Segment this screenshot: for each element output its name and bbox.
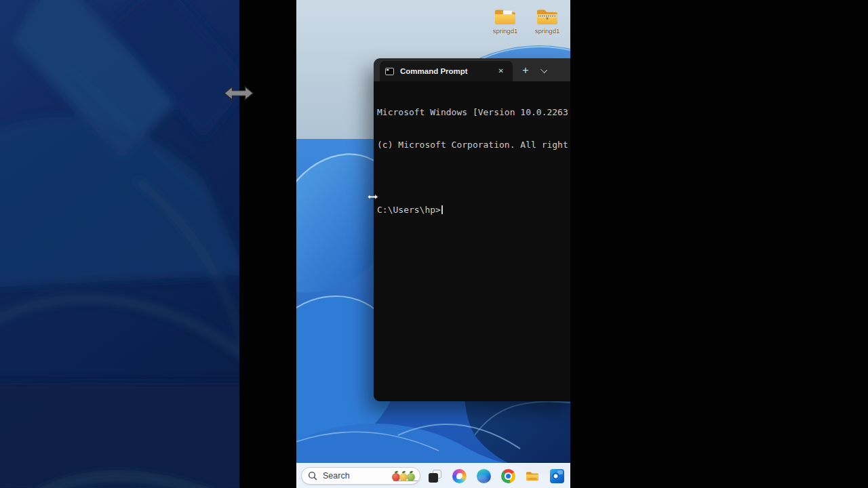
- edge-button[interactable]: [475, 468, 492, 484]
- desktop-icon-folder[interactable]: springd1: [484, 6, 527, 35]
- terminal-tab-bar: Command Prompt ✕ +: [374, 58, 570, 81]
- zip-folder-icon: [535, 6, 559, 26]
- terminal-caret: [441, 205, 443, 214]
- screen: springd1 springd1: [0, 0, 868, 488]
- search-seasonal-fruits-image[interactable]: [393, 470, 415, 481]
- green-apple-icon: [407, 473, 415, 481]
- terminal-output-line: Microsoft Windows [Version 10.0.2263: [377, 107, 570, 118]
- desktop-icon-zip-folder[interactable]: springd1: [526, 6, 569, 35]
- terminal-output-line: (c) Microsoft Corporation. All right: [377, 140, 570, 150]
- horizontal-resize-cursor: [367, 192, 378, 201]
- desktop-icon-label: springd1: [484, 27, 527, 35]
- file-explorer-button[interactable]: [524, 468, 540, 484]
- tab-title: Command Prompt: [400, 67, 496, 75]
- tab-dropdown-button[interactable]: [538, 64, 550, 77]
- command-prompt-icon: [385, 68, 394, 75]
- blurred-wallpaper: [0, 0, 239, 488]
- tab-close-icon[interactable]: ✕: [496, 66, 506, 76]
- terminal-prompt-line: C:\Users\hp>: [377, 205, 570, 216]
- terminal-prompt-text: C:\Users\hp>: [377, 205, 441, 215]
- terminal-output-area[interactable]: Microsoft Windows [Version 10.0.2263 (c)…: [374, 81, 570, 401]
- tab-command-prompt[interactable]: Command Prompt ✕: [380, 61, 513, 81]
- folder-icon: [493, 6, 517, 26]
- chevron-down-icon: [540, 66, 547, 73]
- taskbar-app-icons: [427, 468, 565, 484]
- horizontal-resize-cursor-blurred: [223, 84, 254, 102]
- desktop-icon-label: springd1: [526, 27, 569, 35]
- task-view-button[interactable]: [427, 468, 443, 484]
- copilot-button[interactable]: [451, 468, 467, 484]
- blurred-backdrop-panel: [0, 0, 239, 488]
- desktop-area: springd1 springd1: [296, 0, 570, 488]
- outlook-button[interactable]: [549, 468, 565, 484]
- copilot-icon: [452, 469, 467, 483]
- new-tab-button[interactable]: +: [519, 63, 532, 78]
- terminal-blank-line: [377, 172, 570, 183]
- search-icon: [308, 471, 317, 481]
- outlook-icon: [550, 469, 564, 483]
- search-box[interactable]: Search: [301, 467, 420, 485]
- chrome-button[interactable]: [500, 468, 516, 484]
- chrome-icon: [501, 469, 515, 483]
- edge-icon: [477, 469, 491, 483]
- taskbar: Search: [296, 463, 570, 488]
- file-explorer-icon: [525, 470, 540, 482]
- task-view-icon: [429, 470, 441, 483]
- search-placeholder: Search: [323, 471, 393, 481]
- command-prompt-window: Command Prompt ✕ + Microsoft Windows [Ve…: [374, 58, 570, 401]
- yellow-apple-icon: [399, 473, 408, 481]
